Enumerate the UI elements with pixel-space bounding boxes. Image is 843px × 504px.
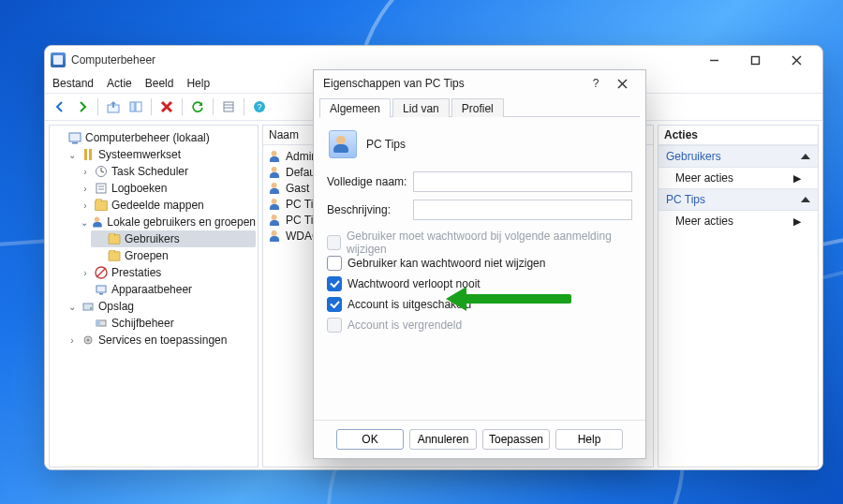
full-name-input[interactable] [413, 171, 632, 192]
delete-button[interactable] [157, 97, 176, 116]
checkbox-must-change-password: Gebruiker moet wachtwoord bij volgende a… [327, 233, 632, 252]
menu-help[interactable]: Help [186, 77, 210, 90]
menu-action[interactable]: Actie [107, 77, 132, 90]
dialog-user-name: PC Tips [366, 138, 406, 151]
svg-rect-26 [83, 304, 93, 310]
actions-group-pctips-label: PC Tips [666, 193, 705, 206]
checkbox-password-never-expires[interactable]: Wachtwoord verloopt nooit [327, 274, 632, 293]
svg-rect-6 [136, 102, 141, 111]
tree-disk-management[interactable]: Schijfbeheer [78, 315, 256, 332]
svg-point-27 [90, 307, 92, 309]
svg-rect-13 [72, 142, 78, 144]
tree-system-tools[interactable]: ⌄Systeemwerkset [65, 146, 256, 163]
actions-header: Acties [658, 126, 818, 145]
actions-more-pctips[interactable]: Meer acties ▶ [658, 211, 818, 231]
actions-pane: Acties Gebruikers Meer acties ▶ PC Tips … [658, 125, 819, 467]
collapse-icon [801, 154, 810, 159]
tab-member-of[interactable]: Lid van [392, 98, 450, 117]
svg-text:?: ? [257, 102, 261, 111]
maximize-button[interactable] [734, 47, 776, 73]
svg-rect-1 [751, 56, 759, 64]
actions-more-users[interactable]: Meer acties ▶ [658, 168, 818, 188]
menu-view[interactable]: Beeld [145, 77, 174, 90]
dialog-titlebar[interactable]: Eigenschappen van PC Tips ? [314, 70, 645, 96]
up-level-button[interactable] [104, 97, 123, 116]
chevron-right-icon: ▶ [793, 172, 801, 185]
tree-groups[interactable]: Groepen [91, 247, 256, 264]
svg-rect-15 [89, 149, 92, 160]
tree-root[interactable]: Computerbeheer (lokaal) [52, 129, 256, 146]
scope-tree[interactable]: Computerbeheer (lokaal) ⌄Systeemwerkset … [49, 125, 259, 467]
svg-rect-29 [96, 320, 100, 326]
show-hide-tree-button[interactable] [126, 97, 145, 116]
tree-shared-folders[interactable]: ›Gedeelde mappen [78, 197, 256, 214]
dialog-title: Eigenschappen van PC Tips [323, 77, 584, 90]
nav-back-button[interactable] [51, 97, 69, 116]
user-avatar-icon [329, 130, 357, 158]
svg-rect-19 [96, 184, 106, 193]
dialog-close-button[interactable] [608, 71, 636, 96]
help-button[interactable]: ? [250, 97, 269, 116]
cancel-button[interactable]: Annuleren [409, 429, 477, 450]
tree-services-apps[interactable]: ›Services en toepassingen [65, 332, 256, 348]
actions-group-users-label: Gebruikers [666, 150, 721, 163]
refresh-button[interactable] [188, 97, 207, 116]
dialog-tabs: Algemeen Lid van Profiel [314, 96, 645, 117]
description-input[interactable] [413, 200, 632, 220]
full-name-label: Volledige naam: [327, 175, 413, 188]
menu-file[interactable]: Bestand [52, 77, 94, 90]
tree-device-manager[interactable]: Apparaatbeheer [78, 281, 256, 298]
tree-storage[interactable]: ⌄Opslag [65, 298, 256, 315]
checkbox-account-locked: Account is vergrendeld [327, 316, 632, 334]
svg-line-23 [96, 268, 106, 277]
description-label: Beschrijving: [327, 203, 413, 216]
checkbox-cannot-change-password[interactable]: Gebruiker kan wachtwoord niet wijzigen [327, 254, 632, 273]
chevron-right-icon: ▶ [793, 215, 801, 228]
svg-rect-25 [99, 293, 103, 295]
tree-event-viewer[interactable]: ›Logboeken [78, 180, 256, 197]
apply-button[interactable]: Toepassen [482, 429, 550, 450]
svg-rect-5 [130, 102, 135, 111]
tab-general[interactable]: Algemeen [319, 98, 391, 118]
actions-group-users[interactable]: Gebruikers [658, 145, 818, 168]
actions-group-pctips[interactable]: PC Tips [658, 188, 818, 211]
nav-forward-button[interactable] [73, 97, 92, 116]
close-button[interactable] [776, 47, 817, 73]
collapse-icon [801, 197, 810, 202]
svg-rect-7 [224, 102, 233, 111]
export-list-button[interactable] [219, 97, 238, 116]
svg-rect-12 [69, 133, 81, 141]
tab-profile[interactable]: Profiel [451, 98, 504, 117]
ok-button[interactable]: OK [336, 429, 404, 450]
minimize-button[interactable] [693, 47, 734, 73]
computer-management-icon [51, 52, 66, 67]
dialog-button-bar: OK Annuleren Toepassen Help [314, 420, 645, 458]
tree-local-users-groups[interactable]: ⌄Lokale gebruikers en groepen [78, 214, 256, 230]
window-title: Computerbeheer [71, 53, 155, 67]
svg-rect-14 [84, 149, 87, 160]
tree-task-scheduler[interactable]: ›Task Scheduler [78, 163, 256, 180]
svg-rect-24 [96, 286, 106, 292]
svg-point-31 [87, 339, 90, 342]
properties-dialog: Eigenschappen van PC Tips ? Algemeen Lid… [313, 69, 646, 459]
tree-performance[interactable]: ›Prestaties [78, 264, 256, 281]
dialog-help-button[interactable]: ? [584, 71, 608, 96]
tree-users[interactable]: Gebruikers [91, 230, 256, 247]
help-button-dialog[interactable]: Help [555, 429, 623, 450]
